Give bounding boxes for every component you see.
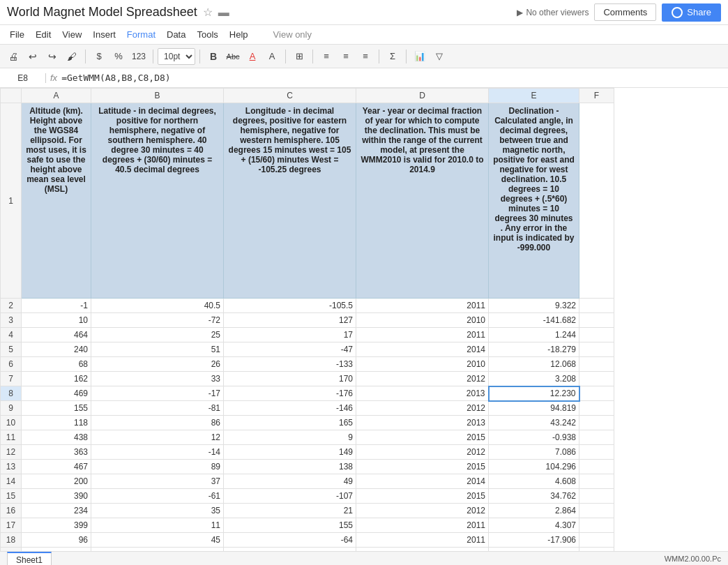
cell-C13[interactable]: 138 bbox=[224, 460, 356, 474]
row-header-3[interactable]: 3 bbox=[1, 313, 22, 328]
cell-A6[interactable]: 68 bbox=[22, 357, 91, 372]
row-header-7[interactable]: 7 bbox=[1, 372, 22, 386]
cell-C4[interactable]: 17 bbox=[224, 328, 356, 342]
spreadsheet-container[interactable]: A B C D E F 1 Altitude (km). Height abov… bbox=[0, 88, 728, 551]
sum-button[interactable]: Σ bbox=[384, 47, 402, 66]
cell-F6[interactable] bbox=[579, 357, 614, 372]
col-header-B[interactable]: B bbox=[91, 89, 224, 103]
cell-A11[interactable]: 438 bbox=[22, 430, 91, 445]
cell-F14[interactable] bbox=[579, 474, 614, 489]
row-header-1[interactable]: 1 bbox=[1, 103, 22, 299]
filter-button[interactable]: ▽ bbox=[430, 47, 448, 66]
cell-F2[interactable] bbox=[579, 299, 614, 313]
row-header-8[interactable]: 8 bbox=[1, 386, 22, 401]
cell-E18[interactable]: -17.906 bbox=[489, 533, 579, 548]
cell-C16[interactable]: 21 bbox=[224, 504, 356, 518]
row-header-9[interactable]: 9 bbox=[1, 401, 22, 416]
cell-B5[interactable]: 51 bbox=[91, 342, 224, 357]
row-header-16[interactable]: 16 bbox=[1, 504, 22, 518]
cell-A8[interactable]: 469 bbox=[22, 386, 91, 401]
cell-C17[interactable]: 155 bbox=[224, 518, 356, 533]
row-header-10[interactable]: 10 bbox=[1, 416, 22, 430]
folder-icon[interactable]: ▬ bbox=[218, 6, 229, 19]
star-icon[interactable]: ☆ bbox=[203, 6, 213, 19]
row-header-19[interactable]: 19 bbox=[1, 548, 22, 552]
cell-B17[interactable]: 11 bbox=[91, 518, 224, 533]
cell-C15[interactable]: -107 bbox=[224, 489, 356, 504]
cell-A14[interactable]: 200 bbox=[22, 474, 91, 489]
cell-E1[interactable]: Declination - Calculated angle, in decim… bbox=[489, 103, 579, 299]
abc-button[interactable]: Abc bbox=[224, 47, 242, 66]
cell-B15[interactable]: -61 bbox=[91, 489, 224, 504]
cell-A16[interactable]: 234 bbox=[22, 504, 91, 518]
cell-E14[interactable]: 4.608 bbox=[489, 474, 579, 489]
cell-C9[interactable]: -146 bbox=[224, 401, 356, 416]
cell-C8[interactable]: -176 bbox=[224, 386, 356, 401]
cell-D11[interactable]: 2015 bbox=[356, 430, 489, 445]
cell-F18[interactable] bbox=[579, 533, 614, 548]
cell-E16[interactable]: 2.864 bbox=[489, 504, 579, 518]
cell-D16[interactable]: 2012 bbox=[356, 504, 489, 518]
cell-C3[interactable]: 127 bbox=[224, 313, 356, 328]
cell-D18[interactable]: 2011 bbox=[356, 533, 489, 548]
cell-C1[interactable]: Longitude - in decimal degrees, positive… bbox=[224, 103, 356, 299]
align-right-button[interactable]: ≡ bbox=[356, 47, 374, 66]
cell-F8[interactable] bbox=[579, 386, 614, 401]
cell-E4[interactable]: 1.244 bbox=[489, 328, 579, 342]
row-header-14[interactable]: 14 bbox=[1, 474, 22, 489]
cell-B11[interactable]: 12 bbox=[91, 430, 224, 445]
cell-B6[interactable]: 26 bbox=[91, 357, 224, 372]
row-header-18[interactable]: 18 bbox=[1, 533, 22, 548]
cell-A5[interactable]: 240 bbox=[22, 342, 91, 357]
currency-button[interactable]: $ bbox=[90, 47, 108, 66]
undo-button[interactable]: ↩ bbox=[24, 47, 42, 66]
cell-F13[interactable] bbox=[579, 460, 614, 474]
cell-D3[interactable]: 2010 bbox=[356, 313, 489, 328]
cell-E3[interactable]: -141.682 bbox=[489, 313, 579, 328]
cell-E8[interactable]: 12.230 bbox=[489, 386, 579, 401]
highlight-color-button[interactable]: A bbox=[263, 47, 281, 66]
cell-D1[interactable]: Year - year or decimal fraction of year … bbox=[356, 103, 489, 299]
cell-C11[interactable]: 9 bbox=[224, 430, 356, 445]
cell-C12[interactable]: 149 bbox=[224, 445, 356, 460]
menu-edit[interactable]: Edit bbox=[30, 28, 56, 41]
cell-B7[interactable]: 33 bbox=[91, 372, 224, 386]
cell-E15[interactable]: 34.762 bbox=[489, 489, 579, 504]
bold-button[interactable]: B bbox=[204, 47, 222, 66]
menu-view[interactable]: View bbox=[56, 28, 87, 41]
cell-D7[interactable]: 2012 bbox=[356, 372, 489, 386]
cell-F11[interactable] bbox=[579, 430, 614, 445]
menu-tools[interactable]: Tools bbox=[191, 28, 223, 41]
cell-D6[interactable]: 2010 bbox=[356, 357, 489, 372]
cell-C5[interactable]: -47 bbox=[224, 342, 356, 357]
font-size-dropdown[interactable]: 10pt 8pt 12pt 14pt bbox=[158, 48, 195, 65]
cell-A2[interactable]: -1 bbox=[22, 299, 91, 313]
print-button[interactable]: 🖨 bbox=[4, 47, 22, 66]
cell-D15[interactable]: 2015 bbox=[356, 489, 489, 504]
cell-A4[interactable]: 464 bbox=[22, 328, 91, 342]
cell-A3[interactable]: 10 bbox=[22, 313, 91, 328]
cell-A13[interactable]: 467 bbox=[22, 460, 91, 474]
cell-F7[interactable] bbox=[579, 372, 614, 386]
cell-C2[interactable]: -105.5 bbox=[224, 299, 356, 313]
col-header-D[interactable]: D bbox=[356, 89, 489, 103]
row-header-6[interactable]: 6 bbox=[1, 357, 22, 372]
format-paint-button[interactable]: 🖌 bbox=[63, 47, 81, 66]
borders-button[interactable]: ⊞ bbox=[290, 47, 308, 66]
cell-A17[interactable]: 399 bbox=[22, 518, 91, 533]
cell-F9[interactable] bbox=[579, 401, 614, 416]
cell-A12[interactable]: 363 bbox=[22, 445, 91, 460]
cell-B2[interactable]: 40.5 bbox=[91, 299, 224, 313]
cell-D4[interactable]: 2011 bbox=[356, 328, 489, 342]
cell-E9[interactable]: 94.819 bbox=[489, 401, 579, 416]
cell-D5[interactable]: 2014 bbox=[356, 342, 489, 357]
cell-B16[interactable]: 35 bbox=[91, 504, 224, 518]
cell-B3[interactable]: -72 bbox=[91, 313, 224, 328]
sheet-tab-sheet1[interactable]: Sheet1 bbox=[7, 552, 52, 566]
cell-F12[interactable] bbox=[579, 445, 614, 460]
cell-A15[interactable]: 390 bbox=[22, 489, 91, 504]
col-header-E[interactable]: E bbox=[489, 89, 579, 103]
cell-C14[interactable]: 49 bbox=[224, 474, 356, 489]
comments-button[interactable]: Comments bbox=[594, 3, 656, 21]
menu-insert[interactable]: Insert bbox=[87, 28, 121, 41]
